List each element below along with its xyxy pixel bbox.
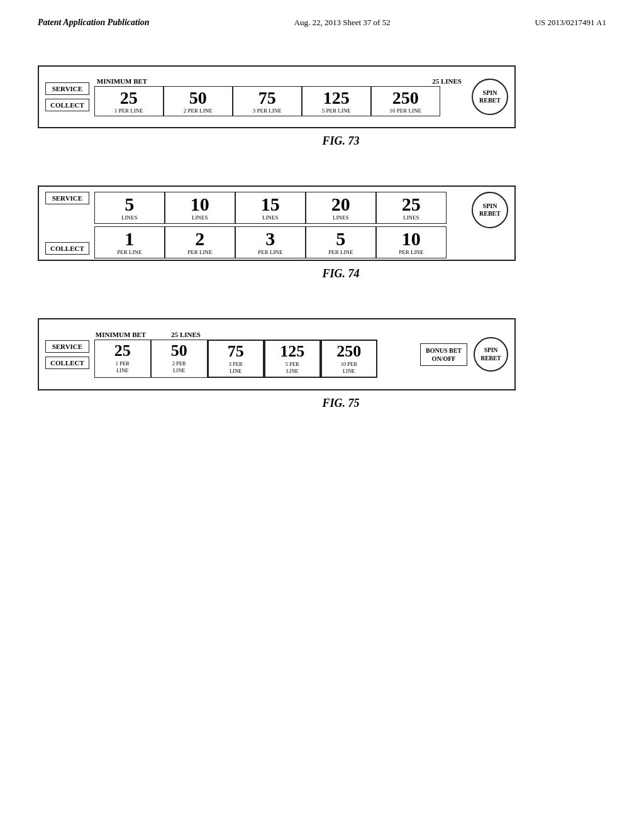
fig75-service-btn[interactable]: SERVICE: [45, 340, 89, 353]
fig75-spin-label: SPIN: [484, 346, 498, 354]
fig73-caption: FIG. 73: [38, 135, 644, 148]
fig74-spin-rebet-btn[interactable]: SPIN REBET: [472, 192, 508, 228]
fig75-service-collect: SERVICE COLLECT: [45, 340, 89, 369]
fig75-bet-btn-3[interactable]: 1255 PER LINE: [264, 340, 321, 378]
fig74-caption: FIG. 74: [38, 267, 644, 280]
fig75-bet-area: MINIMUM BET 25 LINES 251 PER LINE502 PER…: [94, 331, 418, 378]
fig73-bet-header: MINIMUM BET 25 LINES: [94, 77, 464, 85]
fig74-collect-btn[interactable]: COLLECT: [45, 242, 89, 255]
fig73-bet-btn-1[interactable]: 502 PER LINE: [164, 86, 233, 116]
header-right: US 2013/0217491 A1: [535, 18, 606, 28]
fig73-lines-label: 25 LINES: [432, 77, 462, 85]
fig74-bottom-btn-2[interactable]: 3PER LINE: [235, 226, 306, 258]
fig73-bet-btn-3[interactable]: 1255 PER LINE: [302, 86, 371, 116]
fig74-bottom-btn-0[interactable]: 1PER LINE: [94, 226, 165, 258]
fig75-bonus-label: BONUS BET ON/OFF: [426, 346, 462, 363]
fig74-top-btn-2[interactable]: 15LINES: [235, 192, 306, 224]
fig75-panel: SERVICE COLLECT MINIMUM BET 25 LINES 251…: [38, 318, 516, 390]
fig74-bottom-btn-1[interactable]: 2PER LINE: [165, 226, 235, 258]
fig74-top-btn-4[interactable]: 25LINES: [376, 192, 447, 224]
fig73-bet-btn-0[interactable]: 251 PER LINE: [94, 86, 164, 116]
header-center: Aug. 22, 2013 Sheet 37 of 52: [294, 18, 391, 28]
fig74-panel-outer: SERVICE COLLECT 5LINES10LINES15LINES20LI…: [38, 185, 644, 261]
fig75-panel-outer: SERVICE COLLECT MINIMUM BET 25 LINES 251…: [38, 318, 644, 390]
fig73-section: SERVICE COLLECT MINIMUM BET 25 LINES 251…: [38, 65, 644, 148]
page-header: Patent Application Publication Aug. 22, …: [0, 0, 644, 28]
fig74-top-btn-0[interactable]: 5LINES: [94, 192, 165, 224]
fig75-bet-btn-0[interactable]: 251 PER LINE: [94, 340, 151, 378]
fig73-bet-btn-4[interactable]: 25010 PER LINE: [371, 86, 440, 116]
fig75-spin-rebet-btn[interactable]: SPIN REBET: [474, 337, 508, 372]
fig74-service-btn[interactable]: SERVICE: [45, 192, 89, 204]
fig73-service-btn[interactable]: SERVICE: [45, 82, 89, 95]
fig75-bet-btn-4[interactable]: 25010 PER LINE: [321, 340, 377, 378]
fig74-bottom-btn-3[interactable]: 5PER LINE: [306, 226, 376, 258]
fig75-collect-btn[interactable]: COLLECT: [45, 357, 89, 369]
fig74-rebet-label: REBET: [479, 210, 501, 218]
fig75-minbet-label: MINIMUM BET: [96, 331, 146, 338]
fig75-bet-buttons: 251 PER LINE502 PER LINE753 PER LINE1255…: [94, 340, 418, 378]
fig74-service-collect: SERVICE COLLECT: [45, 192, 89, 255]
fig75-section: SERVICE COLLECT MINIMUM BET 25 LINES 251…: [38, 318, 644, 410]
fig73-rebet-label: REBET: [479, 97, 501, 104]
fig74-panel: SERVICE COLLECT 5LINES10LINES15LINES20LI…: [38, 185, 516, 261]
fig74-top-btn-3[interactable]: 20LINES: [306, 192, 376, 224]
fig73-collect-btn[interactable]: COLLECT: [45, 99, 89, 111]
fig74-spin-label: SPIN: [483, 202, 497, 210]
fig75-caption: FIG. 75: [38, 397, 644, 410]
fig74-top-row: 5LINES10LINES15LINES20LINES25LINES: [94, 192, 464, 224]
fig75-bet-btn-1[interactable]: 502 PER LINE: [151, 340, 208, 378]
fig74-top-btn-1[interactable]: 10LINES: [165, 192, 235, 224]
header-left: Patent Application Publication: [38, 18, 150, 28]
fig75-bet-btn-2[interactable]: 753 PER LINE: [208, 340, 264, 378]
fig73-panel: SERVICE COLLECT MINIMUM BET 25 LINES 251…: [38, 65, 516, 128]
fig73-panel-outer: SERVICE COLLECT MINIMUM BET 25 LINES 251…: [38, 65, 644, 128]
fig74-rows-area: 5LINES10LINES15LINES20LINES25LINES 1PER …: [94, 192, 464, 255]
fig73-spin-label: SPIN: [483, 89, 497, 97]
fig73-bet-area: MINIMUM BET 25 LINES 251 PER LINE502 PER…: [94, 77, 464, 116]
fig73-service-collect: SERVICE COLLECT: [45, 82, 89, 111]
fig75-bonus-bet-btn[interactable]: BONUS BET ON/OFF: [420, 343, 467, 366]
fig73-bet-buttons: 251 PER LINE502 PER LINE753 PER LINE1255…: [94, 86, 464, 116]
fig74-bottom-row: 1PER LINE2PER LINE3PER LINE5PER LINE10PE…: [94, 226, 464, 258]
fig75-rebet-label: REBET: [480, 355, 501, 362]
fig73-minbet-label: MINIMUM BET: [97, 77, 147, 85]
fig73-spin-rebet-btn[interactable]: SPIN REBET: [472, 79, 508, 115]
fig74-bottom-btn-4[interactable]: 10PER LINE: [376, 226, 447, 258]
fig75-lines-label: 25 LINES: [171, 331, 201, 338]
fig75-bet-header: MINIMUM BET 25 LINES: [94, 331, 418, 338]
fig74-section: SERVICE COLLECT 5LINES10LINES15LINES20LI…: [38, 185, 644, 280]
fig73-bet-btn-2[interactable]: 753 PER LINE: [233, 86, 302, 116]
